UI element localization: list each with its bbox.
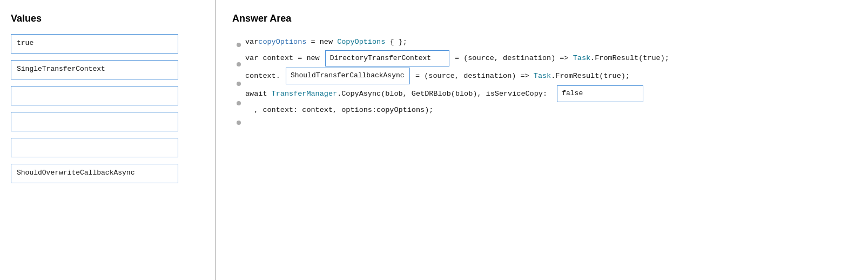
- line5-context: context: context, options:copyOptions);: [263, 103, 433, 117]
- code-line-3: context. ShouldTransferCallbackAsync = (…: [245, 68, 852, 84]
- line3-space: [411, 69, 415, 83]
- code-line-2: var context = new DirectoryTransferConte…: [245, 50, 852, 67]
- dot-1: [237, 43, 241, 47]
- answer-area-title: Answer Area: [232, 13, 852, 24]
- line2-suffix-start: = (source, destination) =>: [455, 51, 573, 65]
- line3-suffix-start: = (source, destination) =>: [415, 69, 534, 83]
- left-panel: Values true SingleTransferContext Should…: [0, 0, 216, 280]
- answer-box-line4[interactable]: false: [557, 85, 643, 102]
- line4-copyasync: .CopyAsync(blob, GetDRBlob(blob), isServ…: [337, 87, 556, 101]
- code-line-1: var copyOptions = new CopyOptions { };: [245, 35, 852, 49]
- value-box-4[interactable]: [11, 112, 178, 131]
- answer-box-line3[interactable]: ShouldTransferCallbackAsync: [286, 68, 410, 84]
- line4-await: await: [245, 87, 272, 101]
- value-box-6[interactable]: ShouldOverwriteCallbackAsync: [11, 164, 178, 183]
- dot-4: [237, 101, 241, 105]
- value-box-2[interactable]: SingleTransferContext: [11, 60, 178, 79]
- code-line-4: await TransferManager .CopyAsync(blob, G…: [245, 85, 852, 102]
- line1-braces: { };: [385, 35, 407, 49]
- value-box-5[interactable]: [11, 138, 178, 157]
- line2-prefix: var context = new: [245, 51, 324, 65]
- line3-prefix: context.: [245, 69, 285, 83]
- line3-suffix-end: .FromResult(true);: [551, 69, 630, 83]
- dots-column: [232, 35, 245, 132]
- line2-dot-equals: [450, 51, 455, 65]
- code-area: var copyOptions = new CopyOptions { }; v…: [232, 35, 852, 132]
- left-panel-title: Values: [11, 13, 204, 24]
- line1-copyoptions-class: CopyOptions: [337, 35, 385, 49]
- line2-suffix-end: .FromResult(true);: [590, 51, 669, 65]
- dot-3: [237, 82, 241, 86]
- dot-5: [237, 121, 241, 125]
- line1-equals: = new: [306, 35, 337, 49]
- dot-2: [237, 62, 241, 66]
- line4-transfermanager: TransferManager: [272, 87, 338, 101]
- value-box-3[interactable]: [11, 86, 178, 105]
- line5-indent: ,: [245, 103, 263, 117]
- answer-area-content: var copyOptions = new CopyOptions { }; v…: [245, 35, 852, 132]
- value-box-1[interactable]: true: [11, 34, 178, 54]
- code-line-5: , context: context, options:copyOptions)…: [245, 103, 852, 117]
- line1-prefix: var: [245, 35, 258, 49]
- line2-task: Task: [573, 51, 590, 65]
- answer-box-line2[interactable]: DirectoryTransferContext: [325, 50, 449, 67]
- right-panel: Answer Area var copyOptions = new CopyOp…: [216, 0, 868, 280]
- line1-copyoptions-var: copyOptions: [258, 35, 306, 49]
- code-block: var copyOptions = new CopyOptions { }; v…: [245, 35, 852, 117]
- line3-task: Task: [534, 69, 551, 83]
